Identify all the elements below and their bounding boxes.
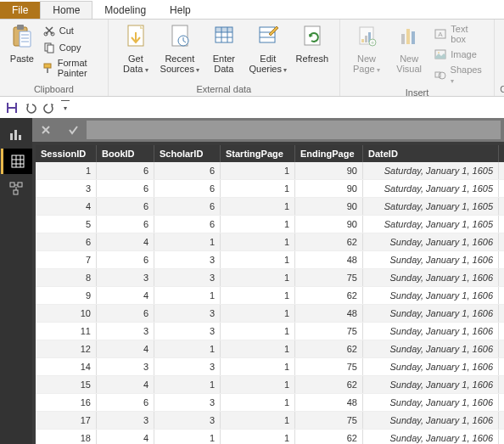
nav-model-view[interactable] xyxy=(2,176,31,201)
table-cell: 6 xyxy=(97,394,154,411)
table-cell: 1 xyxy=(154,376,221,393)
refresh-button[interactable]: Refresh xyxy=(290,21,334,65)
table-cell: 62 xyxy=(295,340,363,357)
edit-queries-icon xyxy=(255,23,282,50)
tab-home[interactable]: Home xyxy=(40,1,92,19)
textbox-button[interactable]: A Text box xyxy=(430,23,489,45)
nav-data-view[interactable] xyxy=(1,149,32,174)
table-cell: 6 xyxy=(97,216,154,233)
get-data-button[interactable]: Get Data xyxy=(114,21,158,77)
column-header[interactable]: ScholarID xyxy=(154,145,221,162)
save-button[interactable] xyxy=(5,101,19,115)
table-cell: 4 xyxy=(97,376,154,393)
image-button[interactable]: Image xyxy=(430,47,489,62)
table-row[interactable]: 641162Sunday, January 1, 1606 xyxy=(36,233,504,251)
column-header[interactable]: StartingPage xyxy=(221,145,295,162)
new-page-button[interactable]: + New Page xyxy=(345,21,388,77)
table-cell: 90 xyxy=(295,162,363,179)
recent-sources-button[interactable]: Recent Sources xyxy=(158,21,202,77)
cut-icon xyxy=(42,24,56,37)
table-cell: Sunday, January 1, 1606 xyxy=(363,323,499,340)
table-cell: Sunday, January 1, 1606 xyxy=(363,269,499,286)
table-row[interactable]: 941162Sunday, January 1, 1606 xyxy=(36,287,504,305)
table-row[interactable]: 166190Saturday, January 1, 1605 xyxy=(36,162,504,180)
column-header[interactable]: EndingPage xyxy=(295,145,363,162)
tab-file[interactable]: File xyxy=(0,2,40,19)
svg-rect-1 xyxy=(17,25,24,30)
format-painter-button[interactable]: Format Painter xyxy=(39,57,103,79)
main-panel: SessionIDBookIDScholarIDStartingPageEndi… xyxy=(32,118,504,444)
table-row[interactable]: 763148Sunday, January 1, 1606 xyxy=(36,251,504,269)
table-cell: 1 xyxy=(154,287,221,304)
cut-button[interactable]: Cut xyxy=(39,23,103,38)
table-cell: Sunday, January 1, 1606 xyxy=(363,287,499,304)
table-cell: 1 xyxy=(221,233,295,250)
formula-cancel-button[interactable] xyxy=(32,118,59,142)
formula-commit-button[interactable] xyxy=(59,118,87,142)
table-cell: 3 xyxy=(97,358,154,375)
table-cell: 48 xyxy=(295,394,363,411)
table-row[interactable]: 566190Saturday, January 1, 1605 xyxy=(36,216,504,233)
table-row[interactable]: 1133175Sunday, January 1, 1606 xyxy=(36,323,504,340)
table-row[interactable]: 1541162Sunday, January 1, 1606 xyxy=(36,376,504,394)
table-cell: 1 xyxy=(221,162,295,179)
grid-body: 166190Saturday, January 1, 1605366190Sat… xyxy=(36,162,504,444)
table-cell: 10 xyxy=(36,305,97,322)
column-header[interactable]: DateID xyxy=(363,145,499,162)
copy-icon xyxy=(42,41,56,54)
table-row[interactable]: 466190Saturday, January 1, 1605 xyxy=(36,198,504,216)
table-cell: 4 xyxy=(97,430,154,444)
table-row[interactable]: 1841162Sunday, January 1, 1606 xyxy=(36,430,504,444)
shapes-button[interactable]: Shapes xyxy=(430,64,489,86)
table-cell: 62 xyxy=(295,376,363,393)
table-cell: 62 xyxy=(295,430,363,444)
table-cell: 3 xyxy=(97,412,154,429)
group-overflow: C xyxy=(495,20,504,96)
table-cell: 1 xyxy=(221,323,295,340)
svg-rect-32 xyxy=(406,29,410,44)
table-row[interactable]: 833175Sunday, January 1, 1606 xyxy=(36,269,504,287)
table-row[interactable]: 1433175Sunday, January 1, 1606 xyxy=(36,358,504,376)
tab-help[interactable]: Help xyxy=(158,2,203,19)
paste-button[interactable]: Paste xyxy=(5,21,39,65)
table-row[interactable]: 366190Saturday, January 1, 1605 xyxy=(36,180,504,198)
column-header[interactable]: BookID xyxy=(97,145,154,162)
edit-queries-button[interactable]: Edit Queries xyxy=(246,21,290,77)
svg-rect-52 xyxy=(18,183,22,187)
column-header[interactable]: SessionID xyxy=(36,145,97,162)
new-visual-button[interactable]: New Visual xyxy=(388,21,430,76)
table-cell: Sunday, January 1, 1606 xyxy=(363,376,499,393)
ribbon: Paste Cut Copy Format Painter xyxy=(0,20,504,97)
qat-dropdown[interactable]: ▾ xyxy=(61,100,70,115)
table-cell: 3 xyxy=(36,180,97,197)
table-cell: 1 xyxy=(221,251,295,268)
redo-button[interactable] xyxy=(42,101,56,115)
table-cell: 3 xyxy=(154,394,221,411)
table-cell: Sunday, January 1, 1606 xyxy=(363,394,499,411)
tab-modeling[interactable]: Modeling xyxy=(92,2,158,19)
nav-report-view[interactable] xyxy=(2,121,31,147)
paste-label: Paste xyxy=(10,53,34,64)
table-cell: 5 xyxy=(36,216,97,233)
table-row[interactable]: 1733175Sunday, January 1, 1606 xyxy=(36,412,504,430)
svg-point-39 xyxy=(439,72,445,79)
table-cell: Sunday, January 1, 1606 xyxy=(363,340,499,357)
copy-button[interactable]: Copy xyxy=(39,40,103,55)
table-cell: 6 xyxy=(97,162,154,179)
grid-header: SessionIDBookIDScholarIDStartingPageEndi… xyxy=(36,145,504,162)
get-data-icon xyxy=(122,23,149,50)
formula-input[interactable] xyxy=(87,121,501,139)
table-row[interactable]: 1241162Sunday, January 1, 1606 xyxy=(36,340,504,358)
svg-rect-45 xyxy=(19,135,21,140)
table-row[interactable]: 1663148Sunday, January 1, 1606 xyxy=(36,394,504,412)
table-cell: 3 xyxy=(154,251,221,268)
table-cell: 1 xyxy=(221,394,295,411)
table-cell: 6 xyxy=(154,216,221,233)
table-cell: 15 xyxy=(36,376,97,393)
table-cell: Saturday, January 1, 1605 xyxy=(363,162,499,179)
table-cell: 1 xyxy=(221,376,295,393)
enter-data-button[interactable]: Enter Data xyxy=(202,21,246,76)
table-cell: 1 xyxy=(221,269,295,286)
table-row[interactable]: 1063148Sunday, January 1, 1606 xyxy=(36,305,504,323)
undo-button[interactable] xyxy=(24,101,37,115)
